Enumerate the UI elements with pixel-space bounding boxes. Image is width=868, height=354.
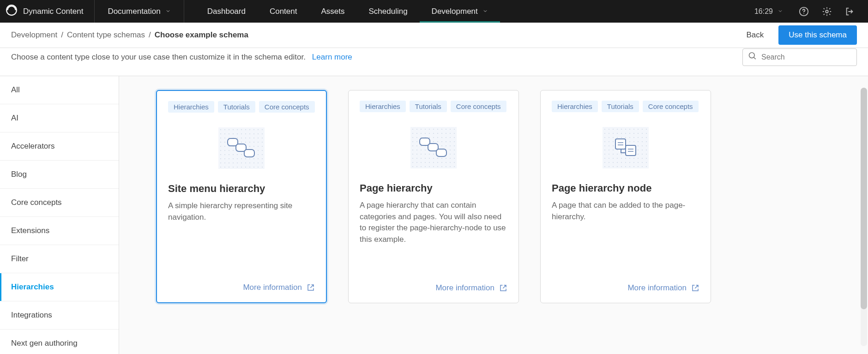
body: AllAIAcceleratorsBlogCore conceptsExtens… <box>0 76 868 354</box>
svg-point-248 <box>617 133 618 134</box>
svg-point-264 <box>638 137 639 138</box>
svg-point-132 <box>416 133 417 134</box>
sidebar-item-extensions[interactable]: Extensions <box>0 217 119 245</box>
svg-point-216 <box>446 162 446 163</box>
svg-point-242 <box>638 129 639 130</box>
svg-point-82 <box>262 154 263 155</box>
sidebar-item-accelerators[interactable]: Accelerators <box>0 132 119 161</box>
back-button[interactable]: Back <box>738 26 772 44</box>
nav-item-scheduling[interactable]: Scheduling <box>356 0 419 23</box>
svg-point-176 <box>416 150 417 150</box>
svg-point-38 <box>262 138 263 138</box>
gear-icon[interactable] <box>817 2 837 21</box>
svg-point-269 <box>613 141 614 142</box>
svg-point-77 <box>241 154 242 155</box>
svg-point-247 <box>613 133 614 134</box>
svg-point-24 <box>249 133 250 134</box>
card-footer: More information <box>360 283 507 293</box>
svg-point-58 <box>253 146 254 147</box>
sidebar-item-ai[interactable]: AI <box>0 104 119 132</box>
svg-point-151 <box>450 137 451 138</box>
sidebar-item-hierarchies[interactable]: Hierarchies <box>0 273 119 301</box>
svg-point-114 <box>258 167 259 168</box>
sidebar-item-next-gen-authoring[interactable]: Next gen authoring <box>0 330 119 354</box>
more-information-link[interactable]: More information <box>243 283 315 292</box>
svg-point-212 <box>429 162 430 163</box>
svg-point-340 <box>633 166 634 167</box>
svg-point-237 <box>617 129 618 130</box>
svg-point-318 <box>633 158 634 159</box>
scrollbar[interactable] <box>861 88 867 346</box>
svg-point-36 <box>253 138 254 138</box>
svg-point-153 <box>412 141 413 142</box>
schema-card[interactable]: HierarchiesTutorialsCore conceptsPage hi… <box>348 90 519 303</box>
svg-point-262 <box>629 137 630 138</box>
svg-point-136 <box>433 133 434 134</box>
svg-point-292 <box>617 150 618 150</box>
svg-point-106 <box>224 167 225 168</box>
svg-point-187 <box>416 154 417 155</box>
svg-point-329 <box>633 162 634 163</box>
schema-card[interactable]: HierarchiesTutorialsCore conceptsSite me… <box>156 90 327 303</box>
use-this-schema-button[interactable]: Use this schema <box>778 25 857 45</box>
svg-point-290 <box>609 150 609 150</box>
breadcrumb-link-development[interactable]: Development <box>11 30 57 40</box>
sidebar-item-core-concepts[interactable]: Core concepts <box>0 189 119 217</box>
breadcrumb-link-schemas[interactable]: Content type schemas <box>67 30 145 40</box>
svg-point-29 <box>224 138 225 138</box>
content-area: HierarchiesTutorialsCore conceptsSite me… <box>119 76 868 354</box>
svg-point-330 <box>638 162 639 163</box>
svg-point-12 <box>245 129 246 130</box>
svg-point-218 <box>454 162 455 163</box>
svg-point-101 <box>249 162 250 163</box>
breadcrumb-current: Choose example schema <box>155 30 248 40</box>
sidebar-item-blog[interactable]: Blog <box>0 161 119 189</box>
svg-point-27 <box>262 133 263 134</box>
svg-point-309 <box>642 154 643 155</box>
svg-point-40 <box>224 142 225 143</box>
topbar-right: 16:29 <box>754 0 868 23</box>
time-dropdown[interactable]: 16:29 <box>754 7 790 16</box>
svg-point-34 <box>245 138 246 138</box>
hub-name: Documentation <box>108 7 160 16</box>
svg-point-229 <box>454 166 455 167</box>
help-icon[interactable] <box>794 2 814 21</box>
hub-dropdown[interactable]: Documentation <box>95 0 184 23</box>
svg-point-33 <box>241 138 242 138</box>
svg-point-84 <box>224 158 225 159</box>
svg-point-275 <box>638 141 639 142</box>
more-information-link[interactable]: More information <box>435 283 507 293</box>
more-information-link[interactable]: More information <box>627 283 699 293</box>
svg-point-217 <box>450 162 451 163</box>
sidebar-item-all[interactable]: All <box>0 76 119 104</box>
sidebar-item-filter[interactable]: Filter <box>0 245 119 273</box>
svg-point-174 <box>454 145 455 146</box>
nav-item-dashboard[interactable]: Dashboard <box>195 0 258 23</box>
learn-more-link[interactable]: Learn more <box>312 53 352 62</box>
svg-point-256 <box>604 137 605 138</box>
scrollbar-thumb[interactable] <box>861 88 867 309</box>
svg-point-103 <box>258 162 259 163</box>
svg-point-88 <box>241 158 242 159</box>
svg-point-214 <box>437 162 438 163</box>
svg-point-257 <box>609 137 609 138</box>
search-input[interactable] <box>742 48 857 66</box>
sidebar-item-integrations[interactable]: Integrations <box>0 301 119 330</box>
svg-point-221 <box>421 166 422 167</box>
nav-item-development[interactable]: Development <box>420 0 500 23</box>
nav-item-assets[interactable]: Assets <box>309 0 356 23</box>
svg-point-60 <box>262 146 263 147</box>
svg-point-75 <box>233 154 234 155</box>
svg-point-327 <box>625 162 626 163</box>
svg-point-251 <box>629 133 630 134</box>
schema-card[interactable]: HierarchiesTutorialsCore conceptsPage hi… <box>540 90 711 303</box>
logout-icon[interactable] <box>840 2 860 21</box>
nav-item-content[interactable]: Content <box>258 0 309 23</box>
svg-point-158 <box>433 141 434 142</box>
svg-point-322 <box>604 162 605 163</box>
svg-point-35 <box>249 138 250 138</box>
svg-point-25 <box>253 133 254 134</box>
svg-point-95 <box>224 162 225 163</box>
svg-point-19 <box>229 133 229 134</box>
svg-point-64 <box>233 150 234 151</box>
